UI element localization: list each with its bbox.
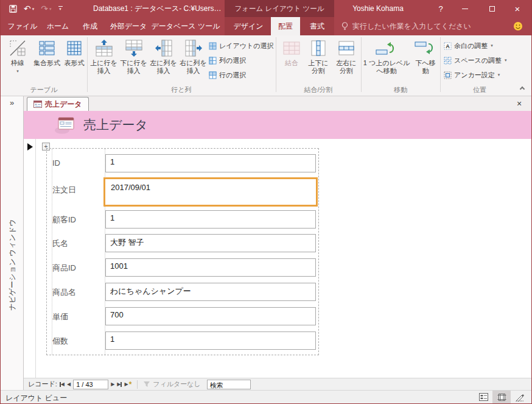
tab-create[interactable]: 作成 [76,17,104,35]
undo-button[interactable]: ↶▾ [24,4,34,13]
adjust-spacing-button[interactable]: スペースの調整 ▾ [444,54,507,67]
ribbon-group-rows-columns: 上に行を挿入 下に行を挿入 左に列を挿入 右に列を挿入 [88,35,275,96]
field-label-product-name[interactable]: 商品名 [52,287,76,298]
select-column-button[interactable]: 列の選択 [209,54,246,67]
field-label-quantity[interactable]: 個数 [52,336,68,347]
insert-row-above-button[interactable]: 上に行を挿入 [89,37,118,75]
field-value-product-name[interactable]: わにちゃんシャンプー [105,283,316,301]
close-window-button[interactable]: × [508,0,527,17]
form-header-icon [54,116,75,134]
account-user-name[interactable]: Yoshie Kohama [341,0,415,17]
field-value-order-date[interactable]: 2017/09/01 [103,177,318,207]
field-value-id[interactable]: 1 [105,154,316,172]
merge-button: 結合 [279,37,304,67]
new-record-star-icon: * [129,381,132,388]
field-value-customer-id[interactable]: 1 [105,210,316,229]
help-button[interactable]: ? [434,0,447,17]
record-selector-column[interactable] [24,139,36,378]
stacked-layout-button[interactable]: 集合形式 [31,37,63,67]
select-row-button[interactable]: 行の選択 [209,68,246,82]
field-label-order-date[interactable]: 注文日 [52,185,76,196]
customize-qat-button[interactable]: ▾ [58,6,63,11]
close-document-button[interactable]: × [513,97,525,110]
undo-dropdown-icon[interactable]: ▾ [32,7,35,11]
last-record-button[interactable]: ▶ [117,382,122,387]
gridlines-button[interactable]: 枠線 ▾ [5,37,30,75]
group-label-position: 位置 [441,85,518,94]
field-label-customer-id[interactable]: 顧客ID [52,214,76,225]
anchor-settings-button[interactable]: アンカー設定 ▾ [444,68,500,82]
field-value-quantity[interactable]: 1 [105,331,316,350]
tab-home[interactable]: ホーム [42,17,74,35]
maximize-button[interactable] [483,0,501,17]
tabular-layout-label: 表形式 [65,59,85,67]
field-label-unit-price[interactable]: 単価 [52,311,68,322]
tab-external-data[interactable]: 外部データ [105,17,152,35]
adjust-spacing-dropdown-icon: ▾ [505,58,507,63]
record-navigation-bar: レコード: ◀ ◀ 1 / 43 ▶ ▶ ▶* フィルターなし 検索 [24,378,531,390]
insert-row-below-button[interactable]: 下に行を挿入 [119,37,148,75]
layout-view-button[interactable] [492,391,511,403]
document-tab-sales-data[interactable]: 売上データ [27,97,89,111]
group-label-move: 移動 [362,85,439,94]
tab-database-tools[interactable]: データベース ツール [153,17,219,35]
tell-me-placeholder: 実行したい作業を入力してください [352,21,471,32]
move-up-level-button[interactable]: 1 つ上のレベルへ移動 [362,37,411,75]
stacked-layout-label: 集合形式 [33,59,60,67]
previous-record-button[interactable]: ◀ [67,382,71,387]
tab-format[interactable]: 書式 [303,17,332,35]
group-separator [361,37,362,92]
move-down-button[interactable]: 下へ移動 [412,37,439,75]
tab-file[interactable]: ファイル [5,17,40,35]
navigation-pane-collapsed[interactable]: » ナビゲーション ウィンドウ [1,96,24,390]
insert-row-below-icon [125,37,143,59]
filter-status-label[interactable]: フィルターなし [153,380,201,389]
split-vertically-label: 上下に分割 [305,59,332,75]
quick-access-toolbar: ↶▾ ↷▾ ▾ [9,0,63,17]
first-record-button[interactable]: ◀ [60,382,65,387]
expand-nav-pane-button[interactable]: » [1,98,23,107]
group-label-rows-columns: 行と列 [88,85,275,94]
field-value-product-id[interactable]: 1001 [105,258,316,277]
ribbon-tab-row: ファイル ホーム 作成 外部データ データベース ツール デザイン 配置 書式 … [1,17,531,35]
adjust-margins-dropdown-icon: ▾ [491,43,493,48]
form-view-button[interactable] [474,391,492,403]
group-separator [276,37,276,92]
tell-me-box[interactable]: 実行したい作業を入力してください [341,17,471,35]
insert-row-below-label: 下に行を挿入 [119,59,148,75]
minimize-button[interactable] [456,0,474,17]
new-record-button[interactable]: ▶* [124,381,131,388]
collapse-ribbon-button[interactable] [520,86,525,91]
select-row-icon [209,71,217,79]
field-label-id[interactable]: ID [52,158,60,168]
split-vertically-button[interactable]: 上下に分割 [305,37,332,75]
tab-design[interactable]: デザイン [228,17,268,35]
insert-column-right-label: 右に列を挿入 [179,59,208,75]
insert-column-left-button[interactable]: 左に列を挿入 [149,37,178,75]
access-window: ↶▾ ↷▾ ▾ Database1 : データベース- C:¥Users… フォ… [0,0,532,404]
adjust-spacing-icon [444,57,452,65]
adjust-margins-button[interactable]: A 余白の調整 ▾ [444,39,493,52]
field-value-unit-price[interactable]: 700 [105,307,316,325]
design-view-icon [516,393,525,402]
form-title: 売上データ [83,116,148,133]
document-area: 売上データ × 売上データ + [24,96,531,390]
design-view-button[interactable] [511,391,529,403]
insert-column-right-button[interactable]: 右に列を挿入 [179,37,208,75]
field-label-product-id[interactable]: 商品ID [52,263,76,274]
save-button[interactable] [9,5,17,13]
field-value-name[interactable]: 大野 智子 [105,234,316,252]
select-layout-button[interactable]: レイアウトの選択 [209,39,274,52]
group-separator [440,37,441,92]
view-status-label: レイアウト ビュー [5,393,67,403]
next-record-button[interactable]: ▶ [111,382,114,387]
split-horizontally-button[interactable]: 左右に分割 [333,37,360,75]
tabular-layout-button[interactable]: 表形式 [63,37,86,67]
record-position-box[interactable]: 1 / 43 [73,380,108,389]
field-label-name[interactable]: 氏名 [52,238,68,249]
form-tab-icon [33,101,42,108]
feedback-smiley-icon[interactable] [513,21,523,31]
search-input[interactable]: 検索 [207,380,251,389]
merge-icon [282,37,301,59]
tab-arrange[interactable]: 配置 [271,17,300,35]
